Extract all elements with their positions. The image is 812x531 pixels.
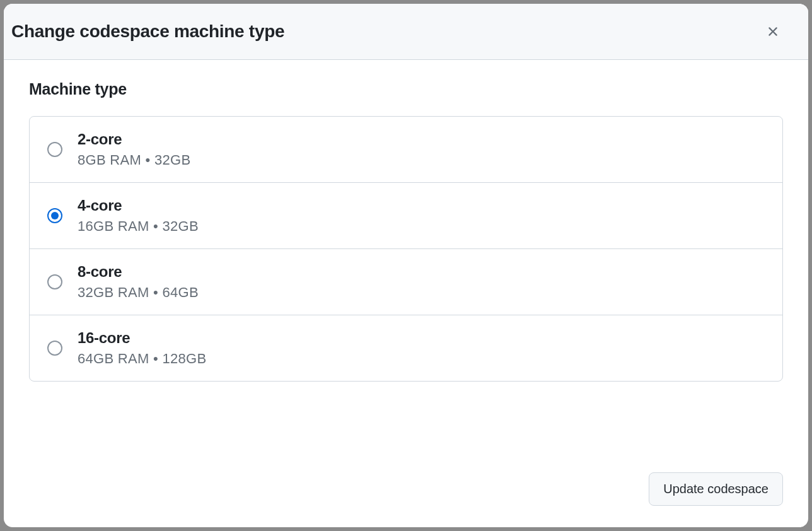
machine-option-16core[interactable]: 16-core 64GB RAM • 128GB: [30, 315, 782, 381]
machine-option-2core[interactable]: 2-core 8GB RAM • 32GB: [30, 117, 782, 183]
dialog-body: Machine type 2-core 8GB RAM • 32GB 4-cor…: [4, 60, 808, 466]
option-title: 2-core: [78, 131, 190, 148]
radio-icon: [47, 274, 62, 289]
radio-icon: [47, 341, 62, 356]
option-text: 16-core 64GB RAM • 128GB: [78, 329, 206, 367]
close-button[interactable]: [763, 21, 783, 42]
option-desc: 8GB RAM • 32GB: [78, 152, 190, 168]
section-title: Machine type: [29, 80, 783, 98]
option-desc: 32GB RAM • 64GB: [78, 284, 199, 301]
machine-type-dialog: Change codespace machine type Machine ty…: [4, 4, 808, 527]
option-desc: 64GB RAM • 128GB: [78, 351, 206, 367]
option-desc: 16GB RAM • 32GB: [78, 218, 199, 235]
radio-icon: [47, 208, 62, 223]
dialog-footer: Update codespace: [4, 466, 808, 527]
radio-icon: [47, 142, 62, 157]
option-title: 4-core: [78, 197, 199, 214]
dialog-title: Change codespace machine type: [11, 21, 284, 42]
option-text: 8-core 32GB RAM • 64GB: [78, 263, 199, 301]
option-title: 8-core: [78, 263, 199, 281]
close-icon: [765, 24, 780, 39]
machine-option-8core[interactable]: 8-core 32GB RAM • 64GB: [30, 249, 782, 315]
option-text: 4-core 16GB RAM • 32GB: [78, 197, 199, 235]
machine-type-options: 2-core 8GB RAM • 32GB 4-core 16GB RAM • …: [29, 116, 783, 382]
option-text: 2-core 8GB RAM • 32GB: [78, 131, 190, 168]
dialog-header: Change codespace machine type: [4, 4, 808, 60]
machine-option-4core[interactable]: 4-core 16GB RAM • 32GB: [30, 183, 782, 249]
update-codespace-button[interactable]: Update codespace: [649, 472, 783, 506]
option-title: 16-core: [78, 329, 206, 347]
